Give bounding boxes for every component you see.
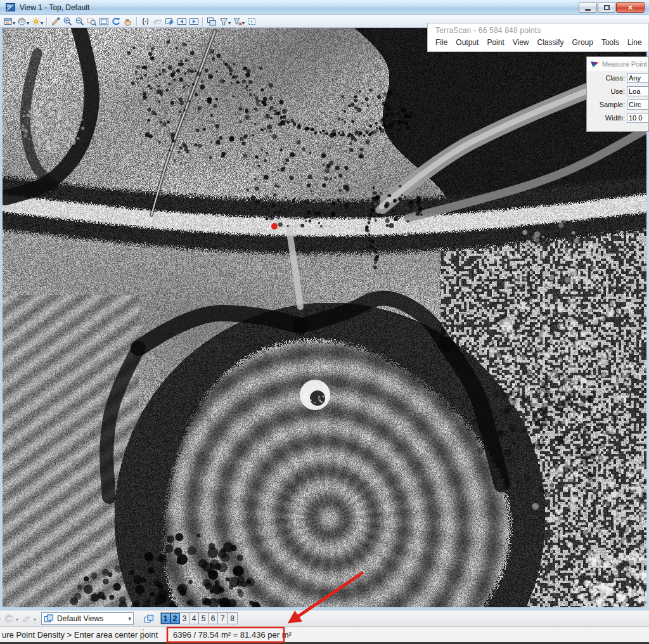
dropdown-caret-icon[interactable]: ▾ — [228, 20, 231, 26]
close-icon: × — [628, 3, 633, 11]
clip-boundary-icon[interactable] — [245, 16, 257, 27]
view-toggle-icon[interactable] — [141, 612, 157, 626]
terrascan-menu-output[interactable]: Output — [456, 38, 479, 47]
rotate-view-icon[interactable] — [110, 16, 122, 27]
close-button[interactable]: × — [616, 2, 645, 13]
saved-views-combobox[interactable]: Default Views ▾ — [41, 612, 134, 625]
terrascan-title: TerraScan - 66 584 848 points — [428, 23, 648, 35]
dropdown-caret-icon[interactable]: ▾ — [16, 617, 18, 622]
terrascan-logo-icon — [591, 61, 599, 68]
terrascan-menu-tools[interactable]: Tools — [601, 38, 619, 47]
saved-views-label: Default Views — [57, 614, 128, 623]
dialog-title: Measure Point D — [602, 60, 649, 68]
view-next-icon[interactable] — [188, 16, 200, 27]
view-button-7[interactable]: 7 — [218, 613, 228, 624]
saved-views-icon — [44, 614, 54, 624]
combo-caret-icon[interactable]: ▾ — [129, 615, 132, 622]
width-label: Width: — [605, 114, 625, 122]
view-previous-icon[interactable] — [176, 16, 188, 27]
terrascan-menu-file[interactable]: File — [435, 38, 447, 47]
view-area — [0, 28, 649, 610]
map-view-canvas[interactable] — [3, 28, 646, 607]
fly-icon[interactable] — [151, 16, 164, 27]
application-window: View 1 - Top, Default × ▾▾▾▾▾ TerraScan … — [0, 0, 649, 644]
view-number-buttons: 12345678 — [160, 612, 238, 624]
restore-icon — [604, 5, 610, 10]
status-result: 6396 / 78.54 m² = 81.436 per m² — [173, 630, 292, 640]
terrascan-menu-view[interactable]: View — [513, 38, 529, 47]
terrascan-menu-point[interactable]: Point — [487, 38, 504, 47]
toolbar-separator — [202, 17, 203, 26]
use-input[interactable] — [627, 86, 649, 96]
view-window-icon — [6, 3, 15, 11]
view-button-5[interactable]: 5 — [199, 613, 209, 624]
pan-view-icon[interactable] — [122, 16, 134, 27]
status-prompt: ure Point Density > Enter area center po… — [2, 630, 158, 640]
dropdown-caret-icon[interactable]: ▾ — [34, 617, 36, 622]
sample-label: Sample: — [600, 101, 625, 108]
window-titlebar[interactable]: View 1 - Top, Default × — [0, 0, 649, 15]
toolbar-separator — [136, 17, 137, 26]
dialog-titlebar[interactable]: Measure Point D — [587, 57, 648, 71]
dropdown-caret-icon[interactable]: ▾ — [242, 20, 245, 26]
terrascan-window: TerraScan - 66 584 848 points FileOutput… — [427, 23, 649, 52]
dropdown-caret-icon[interactable]: ▾ — [27, 20, 29, 26]
terrascan-menu-group[interactable]: Group — [572, 38, 593, 47]
zoom-in-icon[interactable] — [61, 16, 74, 27]
status-separator — [141, 629, 144, 640]
fit-view-icon[interactable] — [98, 16, 110, 27]
class-input[interactable] — [627, 73, 649, 83]
copy-view-icon[interactable] — [205, 16, 217, 27]
dropdown-caret-icon[interactable]: ▾ — [13, 20, 15, 26]
bottom-toolbar: ▾ ▾ ▾ Default Views ▾ 12345678 — [0, 610, 649, 626]
view-button-4[interactable]: 4 — [190, 613, 199, 624]
update-view-icon[interactable] — [49, 16, 61, 27]
window-controls: × — [579, 2, 646, 13]
toolbar-separator — [46, 17, 47, 26]
view-button-8[interactable]: 8 — [228, 613, 237, 624]
zoom-out-icon[interactable] — [74, 16, 86, 27]
sample-input[interactable] — [627, 100, 649, 110]
view-button-3[interactable]: 3 — [180, 613, 190, 624]
use-label: Use: — [610, 87, 625, 95]
minimize-icon — [585, 9, 591, 11]
status-bar: ure Point Density > Enter area center po… — [0, 626, 649, 644]
view-button-2[interactable]: 2 — [170, 613, 180, 624]
dropdown-caret-icon[interactable]: ▾ — [0, 617, 1, 622]
width-input[interactable] — [627, 113, 649, 123]
window-title: View 1 - Top, Default — [20, 3, 89, 12]
view-button-1[interactable]: 1 — [161, 613, 170, 624]
dropdown-caret-icon[interactable]: ▾ — [41, 20, 43, 26]
minimize-button[interactable] — [579, 2, 597, 13]
terrascan-menubar: FileOutputPointViewClassifyGroupToolsLin… — [428, 35, 648, 47]
terrascan-menu-classify[interactable]: Classify — [537, 38, 564, 47]
view-button-6[interactable]: 6 — [209, 613, 218, 624]
window-area-icon[interactable] — [86, 16, 98, 27]
rotate-view-disabled-icon[interactable] — [2, 612, 16, 626]
navigate-view-icon[interactable] — [164, 16, 176, 27]
measure-point-density-dialog: Measure Point D Class: Use: Sample: Widt… — [586, 56, 649, 132]
class-label: Class: — [605, 74, 625, 82]
walk-icon[interactable] — [139, 16, 151, 27]
restore-button[interactable] — [598, 2, 615, 13]
terrascan-menu-line[interactable]: Line — [627, 38, 642, 47]
display-style-disabled-icon[interactable] — [20, 612, 34, 626]
